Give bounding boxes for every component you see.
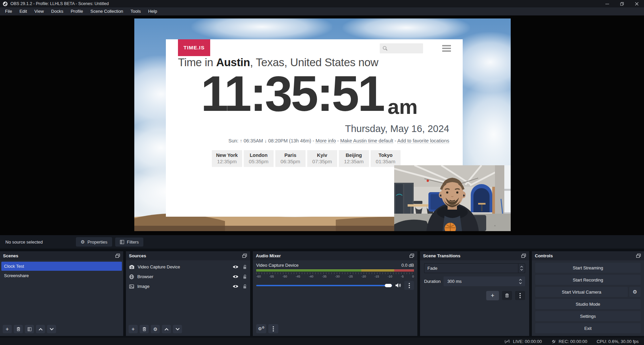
visibility-eye-icon[interactable]	[233, 275, 238, 278]
visibility-eye-icon[interactable]	[233, 285, 238, 288]
menu-tools[interactable]: Tools	[127, 7, 144, 15]
source-row-browser[interactable]: Browser	[126, 272, 250, 281]
controls-title: Controls	[535, 253, 553, 258]
transition-select[interactable]: Fade	[424, 263, 525, 273]
menu-view[interactable]: View	[31, 7, 47, 15]
source-up-button[interactable]	[162, 325, 171, 333]
menu-help[interactable]: Help	[144, 7, 161, 15]
city-card: Tokyo01:35am	[371, 150, 401, 167]
virtual-camera-settings-button[interactable]: ⚙	[629, 287, 641, 297]
digital-clock: 11:35:51	[201, 70, 383, 118]
duration-spinbox[interactable]: 300 ms	[444, 276, 525, 286]
controls-header: Controls	[532, 251, 644, 260]
studio-mode-button[interactable]: Studio Mode	[535, 299, 641, 309]
properties-button[interactable]: ⚙ Properties	[76, 237, 112, 247]
scene-filters-button[interactable]	[25, 325, 34, 333]
duration-label: Duration	[424, 279, 441, 284]
globe-icon	[129, 274, 134, 279]
advanced-audio-button[interactable]: ⚙⚙	[256, 324, 266, 333]
city-card: Beijing12:35am	[339, 150, 369, 167]
filters-icon	[120, 240, 124, 244]
more-info-link: More info	[316, 138, 336, 144]
scene-up-button[interactable]	[36, 325, 45, 333]
visibility-eye-icon[interactable]	[233, 265, 238, 269]
minimize-button[interactable]	[600, 0, 614, 7]
meter-tick-labels: -60-55-50-45-40-35-30-25-20-15-10-50	[256, 274, 414, 278]
lock-icon[interactable]	[243, 274, 247, 279]
restore-button[interactable]	[614, 0, 629, 7]
timeis-logo: TIME.IS	[178, 39, 210, 56]
audio-mixer-header: Audio Mixer	[253, 251, 417, 260]
add-scene-button[interactable]: +	[3, 325, 12, 333]
scene-down-button[interactable]	[47, 325, 56, 333]
popout-icon[interactable]	[521, 254, 526, 258]
exit-button[interactable]: Exit	[535, 323, 641, 333]
popout-icon[interactable]	[636, 254, 641, 258]
window-title: OBS 29.1.2 - Profile: LLHLS BETA - Scene…	[10, 1, 109, 6]
menu-profile[interactable]: Profile	[67, 7, 87, 15]
stream-inactive-icon	[504, 339, 510, 344]
filters-button[interactable]: Filters	[115, 238, 143, 247]
popout-icon[interactable]	[409, 254, 414, 258]
source-down-button[interactable]	[173, 325, 182, 333]
remove-source-button[interactable]	[140, 325, 149, 333]
make-default-link: Make Austin time default	[340, 138, 393, 144]
chevron-up-icon	[39, 328, 43, 331]
scenes-title: Scenes	[3, 253, 18, 258]
chevron-down-icon	[50, 328, 54, 331]
mixer-menu-button[interactable]	[268, 324, 278, 333]
popout-icon[interactable]	[115, 254, 120, 258]
current-date: Thursday, May 16, 2024	[166, 123, 449, 134]
menu-docks[interactable]: Docks	[47, 7, 67, 15]
window-controls	[600, 0, 644, 7]
timeis-search-box	[380, 43, 423, 53]
volume-slider[interactable]	[256, 285, 392, 286]
scenes-header: Scenes	[0, 251, 123, 260]
chevron-up-icon	[520, 266, 523, 268]
lock-icon[interactable]	[243, 265, 247, 269]
menu-scene-collection[interactable]: Scene Collection	[87, 7, 127, 15]
transition-properties-button[interactable]	[515, 291, 525, 300]
cloud	[191, 18, 332, 42]
volume-slider-handle[interactable]	[385, 284, 392, 287]
chevron-up-icon	[519, 279, 522, 281]
speaker-icon[interactable]	[395, 283, 401, 288]
record-inactive-icon	[551, 339, 556, 344]
start-streaming-button[interactable]: Start Streaming	[535, 263, 641, 273]
scene-item-screenshare[interactable]: Screenshare	[1, 271, 122, 280]
scenes-body: Clock Test Screenshare +	[0, 260, 123, 336]
obs-logo-icon	[3, 1, 8, 6]
sources-toolbar: + ⚙	[126, 322, 250, 336]
mixer-options-button[interactable]	[404, 281, 414, 290]
clock-row: 11:35:51 am	[166, 70, 453, 118]
close-button[interactable]	[629, 0, 644, 7]
transitions-body: Fade Duration 300 ms	[420, 260, 529, 336]
chevron-down-icon	[176, 328, 180, 331]
scene-item-clock-test[interactable]: Clock Test	[1, 262, 122, 271]
lock-icon[interactable]	[243, 284, 247, 289]
popout-icon[interactable]	[242, 254, 247, 258]
sources-header: Sources	[126, 251, 250, 260]
settings-button[interactable]: Settings	[535, 311, 641, 321]
program-canvas[interactable]: TIME.IS Time in Austin, Texas, United St…	[134, 18, 511, 231]
rec-status: REC: 00:00:00	[551, 339, 587, 344]
source-row-video-capture[interactable]: Video Capture Device	[126, 262, 250, 271]
source-row-image[interactable]: Image	[126, 282, 250, 291]
add-source-button[interactable]: +	[129, 325, 138, 333]
source-properties-button[interactable]: ⚙	[151, 325, 160, 333]
combo-spinner[interactable]	[518, 264, 525, 273]
menu-edit[interactable]: Edit	[16, 7, 31, 15]
scene-transitions-panel: Scene Transitions Fade Duration 300 ms	[420, 251, 529, 336]
audio-mixer-toolbar: ⚙⚙	[256, 324, 414, 333]
dock-area: Scenes Clock Test Screenshare +	[0, 249, 644, 337]
chevron-down-icon	[520, 269, 523, 271]
controls-panel: Controls Start Streaming Start Recording…	[532, 251, 644, 336]
preview-area: TIME.IS Time in Austin, Texas, United St…	[0, 15, 644, 235]
menu-file[interactable]: File	[1, 7, 16, 15]
start-virtual-camera-button[interactable]: Start Virtual Camera	[535, 287, 628, 297]
remove-transition-button[interactable]	[502, 291, 512, 300]
remove-scene-button[interactable]	[14, 325, 23, 333]
add-transition-button[interactable]: +	[486, 291, 499, 300]
start-recording-button[interactable]: Start Recording	[535, 275, 641, 285]
sources-title: Sources	[129, 253, 146, 258]
